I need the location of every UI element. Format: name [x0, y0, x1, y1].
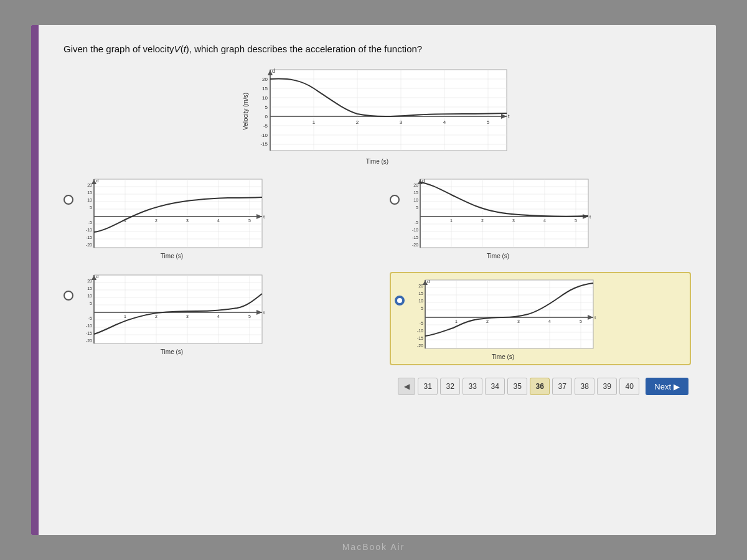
svg-text:-10: -10	[417, 329, 423, 333]
svg-text:4: 4	[443, 119, 446, 125]
svg-text:d: d	[427, 279, 430, 284]
svg-text:20: 20	[262, 77, 268, 82]
svg-text:-5: -5	[88, 316, 92, 320]
graph-a-xlabel: Time (s)	[161, 253, 183, 259]
svg-text:5: 5	[421, 306, 423, 310]
page-32[interactable]: 32	[440, 378, 460, 395]
svg-text:t: t	[263, 310, 265, 315]
svg-text:0: 0	[265, 114, 268, 119]
macbook-label: MacBook Air	[0, 541, 747, 553]
prev-arrow[interactable]: ◀	[398, 378, 415, 395]
graph-b: 20 15 10 5 -5 -10 -15 -20 1 2 3 4 5 t d	[405, 176, 591, 259]
svg-text:3: 3	[512, 218, 515, 223]
svg-text:-5: -5	[415, 220, 418, 225]
radio-c[interactable]	[63, 291, 73, 301]
svg-text:5: 5	[486, 119, 489, 125]
svg-text:t: t	[263, 214, 265, 220]
svg-text:2: 2	[155, 218, 157, 223]
svg-rect-99	[94, 275, 262, 343]
radio-b[interactable]	[390, 195, 400, 205]
page-35[interactable]: 35	[507, 378, 527, 395]
page-31[interactable]: 31	[418, 378, 438, 395]
radio-d[interactable]	[395, 296, 405, 306]
page-39[interactable]: 39	[597, 378, 617, 395]
radio-a[interactable]	[63, 195, 73, 205]
svg-text:t: t	[590, 214, 591, 220]
page-40[interactable]: 40	[619, 378, 639, 395]
svg-text:10: 10	[413, 198, 418, 202]
svg-text:1: 1	[124, 314, 126, 319]
svg-text:10: 10	[418, 299, 423, 303]
svg-text:5: 5	[575, 218, 577, 223]
next-button[interactable]: Next ▶	[646, 378, 688, 395]
svg-text:10: 10	[87, 198, 92, 202]
svg-text:-15: -15	[86, 235, 92, 240]
svg-text:-5: -5	[420, 321, 423, 325]
top-velocity-graph: Velocity (m/s)	[242, 67, 513, 165]
svg-text:10: 10	[87, 294, 92, 298]
svg-text:4: 4	[217, 218, 220, 223]
svg-text:5: 5	[90, 301, 92, 306]
svg-text:5: 5	[248, 314, 251, 319]
pagination-bar: ◀ 31 32 33 34 35 36 37 38 39 40 Next ▶	[63, 378, 691, 395]
answer-option-c[interactable]: 20 15 10 5 -5 -10 -15 -20 1 2 3 4 5 t d	[63, 272, 365, 365]
graph-a: 20 15 10 5 -5 -10 -15 -20 1 2 3 4 5 t d	[78, 176, 265, 259]
top-graph-xlabel: Time (s)	[366, 158, 388, 165]
svg-text:1: 1	[455, 319, 458, 324]
graph-b-xlabel: Time (s)	[487, 253, 509, 259]
next-label: Next	[654, 382, 671, 391]
page-33[interactable]: 33	[463, 378, 482, 395]
svg-rect-0	[270, 70, 507, 151]
svg-text:t: t	[508, 113, 510, 119]
svg-text:-5: -5	[88, 220, 92, 225]
svg-text:20: 20	[413, 183, 418, 187]
svg-text:3: 3	[186, 218, 189, 223]
svg-text:15: 15	[87, 190, 92, 195]
svg-text:2: 2	[355, 119, 359, 125]
graph-d: 20 15 10 5 -5 -10 -15 -20 1 2 3 4 5 t d	[410, 277, 596, 360]
svg-text:5: 5	[416, 205, 418, 210]
svg-text:15: 15	[262, 86, 268, 91]
svg-text:3: 3	[517, 319, 520, 324]
svg-text:-10: -10	[260, 133, 268, 138]
svg-text:15: 15	[413, 190, 418, 195]
svg-text:5: 5	[248, 218, 251, 223]
answer-option-d[interactable]: 20 15 10 5 -5 -10 -15 -20 1 2 3 4 5 t d	[390, 272, 691, 365]
svg-text:5: 5	[90, 205, 92, 210]
left-accent-bar	[31, 25, 39, 535]
top-graph-svg: 20 15 10 5 0 -5 -10 -15 1 2 3 4 5	[251, 67, 513, 154]
svg-text:-10: -10	[412, 228, 418, 232]
svg-text:-10: -10	[86, 324, 92, 328]
page-36-current[interactable]: 36	[530, 378, 550, 395]
graph-c: 20 15 10 5 -5 -10 -15 -20 1 2 3 4 5 t d	[78, 272, 265, 355]
svg-text:2: 2	[486, 319, 489, 324]
svg-text:-15: -15	[412, 235, 418, 240]
svg-text:2: 2	[155, 314, 157, 319]
svg-text:20: 20	[87, 279, 92, 283]
svg-text:-20: -20	[86, 338, 92, 343]
page-38[interactable]: 38	[575, 378, 594, 395]
svg-text:10: 10	[262, 95, 268, 101]
question-title: Given the graph of velocityV(t), which g…	[63, 44, 691, 54]
svg-text:-10: -10	[86, 228, 92, 232]
svg-text:-15: -15	[86, 331, 92, 335]
svg-text:3: 3	[186, 314, 189, 319]
svg-text:1: 1	[312, 119, 315, 125]
svg-text:4: 4	[543, 218, 546, 223]
page-37[interactable]: 37	[552, 378, 572, 395]
top-graph-ylabel: Velocity (m/s)	[242, 93, 249, 130]
svg-text:15: 15	[87, 286, 92, 291]
svg-text:-20: -20	[417, 343, 423, 348]
svg-text:-15: -15	[417, 336, 423, 340]
svg-text:d: d	[96, 178, 98, 184]
svg-rect-132	[425, 280, 593, 348]
page-34[interactable]: 34	[485, 378, 505, 395]
svg-text:-20: -20	[412, 243, 418, 247]
svg-text:t: t	[594, 315, 596, 320]
answer-option-b[interactable]: 20 15 10 5 -5 -10 -15 -20 1 2 3 4 5 t d	[390, 176, 691, 259]
svg-text:3: 3	[399, 119, 402, 125]
svg-text:d: d	[96, 274, 98, 279]
answer-option-a[interactable]: 20 15 10 5 -5 -10 -15 -20 1 2 3 4 5 t d	[63, 176, 365, 259]
svg-text:4: 4	[217, 314, 220, 319]
svg-text:-5: -5	[263, 123, 268, 129]
